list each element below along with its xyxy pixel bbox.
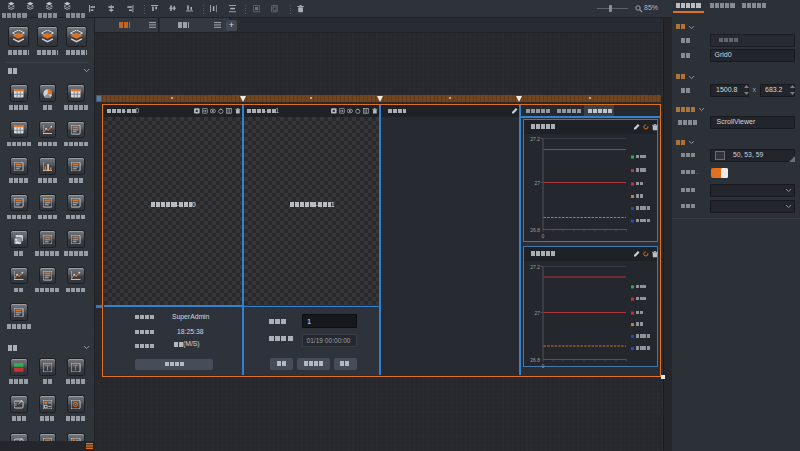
svg-text:27.2: 27.2 [530,136,540,142]
svg-text:26.8: 26.8 [530,356,540,362]
svg-text:26.8: 26.8 [530,226,540,232]
svg-text:0: 0 [541,362,544,368]
svg-text:27: 27 [534,179,540,185]
svg-text:27: 27 [534,309,540,315]
svg-text:27.2: 27.2 [530,264,540,270]
svg-text:0: 0 [541,233,544,239]
